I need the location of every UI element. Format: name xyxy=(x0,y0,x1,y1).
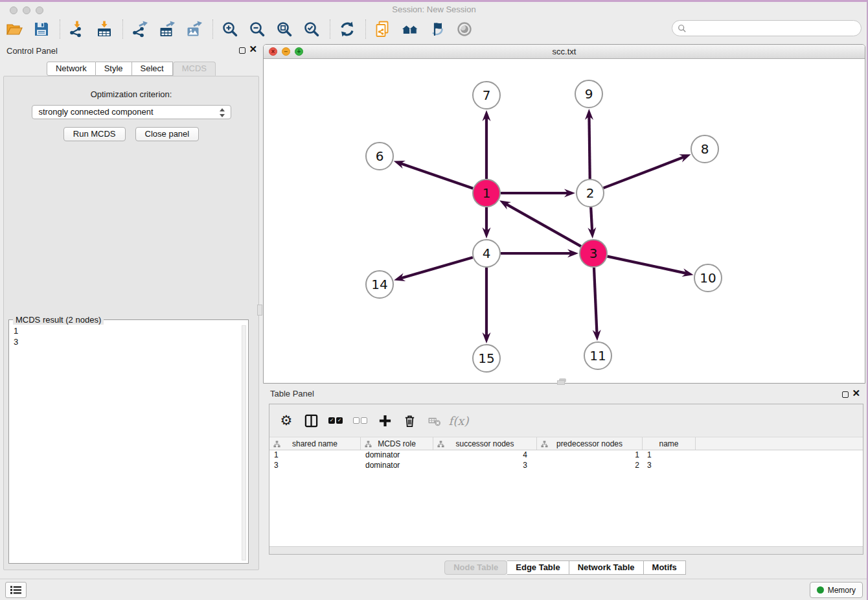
import-table-icon[interactable] xyxy=(95,20,113,38)
graph-node-2[interactable]: 2 xyxy=(577,179,604,207)
float-panel-icon[interactable] xyxy=(239,47,246,54)
graph-edge-3-10[interactable] xyxy=(608,257,687,273)
graph-node-15[interactable]: 15 xyxy=(473,345,500,372)
graph-svg: 1234678910111415 xyxy=(264,59,865,384)
graph-edge-4-14[interactable] xyxy=(400,257,473,279)
zoom-fit-icon[interactable] xyxy=(275,20,293,38)
tab-mcds[interactable]: MCDS xyxy=(173,62,216,76)
column-header-name[interactable]: name xyxy=(643,437,696,450)
close-panel-button[interactable]: Close panel xyxy=(135,127,200,141)
cell-mcds-role: dominator xyxy=(361,461,433,471)
graph-node-11[interactable]: 11 xyxy=(584,342,611,369)
graph-node-label: 11 xyxy=(589,348,606,363)
control-panel-title: Control Panel xyxy=(6,46,58,56)
mcds-result-item: 3 xyxy=(14,336,248,347)
memory-label: Memory xyxy=(828,586,856,595)
tab-node-table[interactable]: Node Table xyxy=(444,560,507,575)
deselect-all-icon[interactable] xyxy=(352,413,368,428)
table-row[interactable]: 1 dominator 4 1 1 xyxy=(269,450,863,461)
graph-node-8[interactable]: 8 xyxy=(691,135,718,163)
graph-edge-3-11[interactable] xyxy=(594,268,597,334)
network-close-button[interactable]: × xyxy=(269,47,277,56)
toolbar-separator xyxy=(365,19,366,39)
zoom-selected-icon[interactable] xyxy=(303,20,321,38)
search-input[interactable] xyxy=(687,22,861,35)
graph-node-label: 1 xyxy=(483,185,491,201)
graph-edge-3-1[interactable] xyxy=(505,203,581,246)
column-header-shared-name[interactable]: shared name xyxy=(269,437,361,450)
import-network-icon[interactable] xyxy=(68,20,86,38)
status-bar: Memory xyxy=(0,579,868,600)
titlebar: Session: New Session xyxy=(0,0,868,17)
delete-row-icon[interactable] xyxy=(402,413,417,428)
graph-node-14[interactable]: 14 xyxy=(366,271,393,298)
toolbar-separator xyxy=(212,19,213,39)
graph-edge-2-3[interactable] xyxy=(591,207,592,232)
graph-node-1[interactable]: 1 xyxy=(473,179,500,207)
graph-edge-1-6[interactable] xyxy=(400,163,473,189)
cell-shared-name: 3 xyxy=(269,461,361,471)
tab-select[interactable]: Select xyxy=(132,62,173,76)
tab-edge-table[interactable]: Edge Table xyxy=(507,560,569,575)
column-header-predecessor-nodes[interactable]: predecessor nodes xyxy=(537,437,643,450)
control-panel: Control Panel ✕ Network Style Select MCD… xyxy=(0,40,262,571)
export-image-icon[interactable] xyxy=(185,20,203,38)
home-icon[interactable] xyxy=(401,20,419,38)
tab-style[interactable]: Style xyxy=(96,62,132,76)
export-network-icon[interactable] xyxy=(131,20,149,38)
graph-node-label: 7 xyxy=(483,87,491,103)
toolbar-separator xyxy=(60,19,60,39)
graph-node-3[interactable]: 3 xyxy=(580,240,607,267)
column-header-mcds-role[interactable]: MCDS role xyxy=(361,437,433,450)
criterion-select[interactable]: strongly connected component xyxy=(32,105,231,119)
task-history-button[interactable] xyxy=(5,582,27,598)
graph-node-9[interactable]: 9 xyxy=(575,80,602,108)
table-row[interactable]: 3 dominator 3 2 3 xyxy=(269,461,863,471)
tab-network-table[interactable]: Network Table xyxy=(569,560,644,575)
export-table-icon[interactable] xyxy=(158,20,176,38)
table-panel-title: Table Panel xyxy=(270,389,314,398)
graph-node-10[interactable]: 10 xyxy=(694,264,722,292)
table-hscroll-track[interactable] xyxy=(269,546,863,554)
eye-icon[interactable] xyxy=(455,20,474,38)
toolbar-separator xyxy=(330,19,330,39)
network-maximize-button[interactable]: + xyxy=(295,47,303,56)
graph-edge-2-9[interactable] xyxy=(589,115,589,179)
graph-node-label: 9 xyxy=(585,86,593,102)
graph-node-6[interactable]: 6 xyxy=(366,143,393,170)
graph-node-4[interactable]: 4 xyxy=(473,240,500,267)
hide-flag-icon[interactable] xyxy=(428,20,446,38)
column-header-successor-nodes[interactable]: successor nodes xyxy=(433,437,537,450)
run-mcds-button[interactable]: Run MCDS xyxy=(63,127,126,141)
tab-network[interactable]: Network xyxy=(47,62,96,76)
add-row-icon[interactable] xyxy=(377,413,393,428)
float-table-panel-icon[interactable] xyxy=(842,391,849,398)
zoom-out-icon[interactable] xyxy=(248,20,266,38)
mcds-result-item: 1 xyxy=(14,325,248,336)
function-builder-icon: f(x) xyxy=(451,413,466,428)
result-scrollbar[interactable] xyxy=(242,325,246,560)
network-minimize-button[interactable]: − xyxy=(282,47,290,56)
close-panel-icon[interactable]: ✕ xyxy=(249,43,257,55)
network-canvas[interactable]: 1234678910111415 xyxy=(264,59,865,383)
toolbar-separator xyxy=(122,19,123,39)
graph-node-7[interactable]: 7 xyxy=(473,82,500,109)
cell-predecessor-nodes: 1 xyxy=(537,450,643,461)
clone-network-icon[interactable] xyxy=(374,20,392,38)
tab-motifs[interactable]: Motifs xyxy=(644,560,686,575)
panel-divider-handle[interactable] xyxy=(257,305,262,316)
select-all-icon[interactable]: ✓✓ xyxy=(328,413,343,428)
graph-node-label: 2 xyxy=(586,185,595,201)
network-window: × − + scc.txt 1234678910111415 xyxy=(263,44,865,384)
cell-name: 3 xyxy=(643,461,696,471)
save-icon[interactable] xyxy=(32,20,51,38)
cell-successor-nodes: 4 xyxy=(433,450,537,461)
graph-edge-2-8[interactable] xyxy=(604,157,685,188)
refresh-layout-icon[interactable] xyxy=(338,20,356,38)
split-columns-icon[interactable] xyxy=(303,413,319,428)
memory-button[interactable]: Memory xyxy=(810,582,863,598)
folder-open-icon[interactable] xyxy=(5,20,23,38)
zoom-in-icon[interactable] xyxy=(221,20,239,38)
gear-icon[interactable]: ⚙ xyxy=(279,413,294,428)
close-table-panel-icon[interactable]: ✕ xyxy=(852,387,860,399)
